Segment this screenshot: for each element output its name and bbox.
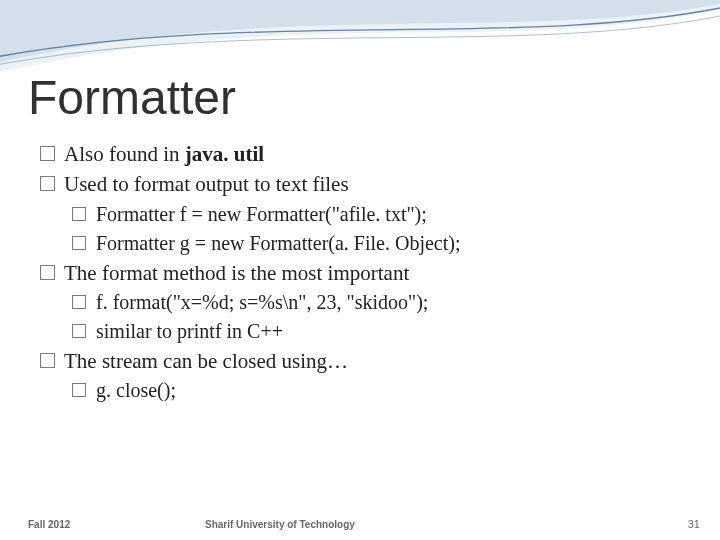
footer-term: Fall 2012 <box>28 519 70 530</box>
sub-bullet-formatter-g: Formatter g = new Formatter(a. File. Obj… <box>72 230 690 257</box>
bullet-used-to-format: Used to format output to text files <box>40 170 690 198</box>
footer-university: Sharif University of Technology <box>205 519 355 530</box>
bullet-text: Also found in <box>64 142 185 166</box>
footer: Fall 2012 Sharif University of Technolog… <box>0 510 720 530</box>
bullet-format-method: The format method is the most important <box>40 259 690 287</box>
bullet-stream-closed: The stream can be closed using… <box>40 347 690 375</box>
sub-bullet-f-format: f. format("x=%d; s=%s\n", 23, "skidoo"); <box>72 289 690 316</box>
page-title: Formatter <box>28 70 236 125</box>
bullet-also-found: Also found in java. util <box>40 140 690 168</box>
sub-bullet-similar-printf: similar to printf in C++ <box>72 318 690 345</box>
sub-bullet-formatter-f: Formatter f = new Formatter("afile. txt"… <box>72 201 690 228</box>
sub-bullet-g-close: g. close(); <box>72 377 690 404</box>
footer-page-number: 31 <box>688 518 700 530</box>
bullet-bold-text: java. util <box>185 142 264 166</box>
slide-body: Also found in java. util Used to format … <box>40 140 690 406</box>
